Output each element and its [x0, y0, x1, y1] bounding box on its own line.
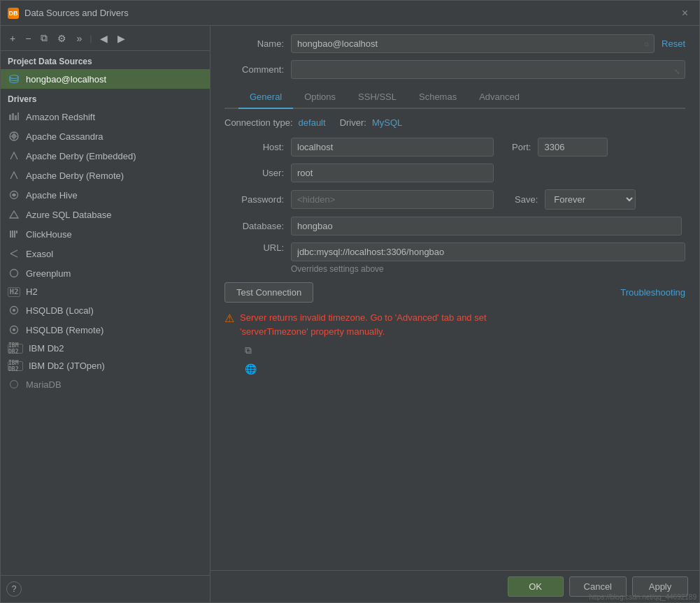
troubleshooting-link[interactable]: Troubleshooting — [620, 287, 685, 298]
clickhouse-icon — [8, 228, 20, 240]
driver-item-exasol[interactable]: Exasol — [1, 244, 210, 263]
apache-hive-icon — [8, 189, 20, 201]
svg-point-20 — [13, 328, 15, 331]
back-button[interactable]: ◀ — [97, 31, 111, 46]
more-button[interactable]: » — [73, 31, 85, 46]
host-label: Host: — [224, 142, 284, 152]
connection-type-value[interactable]: default — [299, 117, 326, 128]
datasource-name: hongbao@localhost — [26, 74, 106, 85]
url-row: URL: — [224, 242, 685, 261]
driver-name: HSQLDB (Remote) — [26, 325, 103, 335]
driver-name: ClickHouse — [26, 229, 72, 240]
expand-icon: ⤡ — [674, 68, 680, 75]
close-button[interactable]: × — [678, 6, 692, 21]
left-toolbar: + − ⧉ ⚙ » | ◀ ▶ — [1, 26, 210, 51]
driver-item-apache-derby-embedded[interactable]: Apache Derby (Embedded) — [1, 146, 210, 166]
reset-link[interactable]: Reset — [662, 38, 685, 49]
name-input[interactable] — [291, 34, 655, 53]
driver-item-h2[interactable]: H2 H2 — [1, 283, 210, 300]
forward-button[interactable]: ▶ — [114, 31, 129, 46]
port-input[interactable] — [538, 138, 608, 157]
apache-derby-remote-icon — [8, 169, 20, 182]
driver-name: Azure SQL Database — [26, 210, 111, 220]
comment-row: Comment: ⤡ — [224, 60, 685, 79]
driver-name: MariaDB — [26, 379, 62, 390]
amazon-redshift-icon — [8, 110, 20, 123]
test-connection-button[interactable]: Test Connection — [224, 282, 313, 303]
password-save-row: Password: Save: Forever Until restart Ne… — [224, 189, 685, 210]
save-label: Save: — [515, 194, 538, 205]
tab-ssh-ssl[interactable]: SSH/SSL — [347, 86, 408, 109]
driver-item-clickhouse[interactable]: ClickHouse — [1, 224, 210, 244]
ok-button[interactable]: OK — [508, 576, 564, 597]
password-input[interactable] — [291, 190, 494, 209]
comment-input[interactable] — [291, 60, 685, 79]
database-row: Database: — [224, 217, 685, 235]
copy-datasource-button[interactable]: ⧉ — [37, 30, 51, 46]
app-icon: DB — [8, 8, 19, 19]
tabs-bar: General Options SSH/SSL Schemas Advanced — [224, 86, 685, 109]
error-icon: ⚠ — [224, 312, 234, 325]
hsqldb-remote-icon — [8, 324, 20, 336]
name-label: Name: — [224, 38, 284, 49]
driver-name: Apache Cassandra — [26, 131, 103, 142]
mariadb-icon — [8, 378, 20, 391]
tab-advanced[interactable]: Advanced — [468, 86, 531, 109]
settings-button[interactable]: ⚙ — [54, 31, 70, 46]
driver-item-ibm-db2[interactable]: IBM DB2 IBM Db2 — [1, 340, 210, 357]
user-input[interactable] — [291, 164, 494, 182]
connection-type-label: Connection type: — [224, 117, 293, 128]
azure-sql-icon — [8, 208, 20, 221]
external-link-icon[interactable]: 🌐 — [243, 361, 685, 377]
url-input[interactable] — [291, 242, 685, 261]
ibm-db2-jtopen-icon: IBM DB2 — [8, 361, 23, 371]
exasol-icon — [8, 247, 20, 260]
driver-item-apache-derby-remote[interactable]: Apache Derby (Remote) — [1, 166, 210, 185]
name-input-clear-icon: ○ — [644, 39, 649, 49]
database-input[interactable] — [291, 217, 682, 235]
datasource-item-hongbao[interactable]: hongbao@localhost — [1, 69, 210, 89]
title-bar: DB Data Sources and Drivers × — [1, 1, 699, 26]
driver-item-hsqldb-remote[interactable]: HSQLDB (Remote) — [1, 320, 210, 340]
test-connection-row: Test Connection Troubleshooting — [224, 282, 685, 303]
svg-rect-2 — [12, 113, 14, 120]
driver-name: Apache Derby (Remote) — [26, 170, 124, 181]
driver-name: Apache Derby (Embedded) — [26, 151, 136, 161]
driver-item-apache-cassandra[interactable]: Apache Cassandra — [1, 126, 210, 146]
svg-rect-12 — [14, 231, 15, 238]
tab-general[interactable]: General — [238, 86, 293, 109]
driver-value[interactable]: MySQL — [372, 117, 402, 128]
svg-rect-10 — [10, 231, 11, 238]
host-input[interactable] — [291, 138, 494, 157]
driver-item-mariadb[interactable]: MariaDB — [1, 375, 210, 394]
driver-item-apache-hive[interactable]: Apache Hive — [1, 185, 210, 205]
form-area: Name: ○ Reset Comment: ⤡ — [210, 26, 699, 570]
port-label: Port: — [512, 142, 531, 152]
add-datasource-button[interactable]: + — [6, 31, 19, 46]
driver-name: HSQLDB (Local) — [26, 305, 94, 316]
driver-item-hsqldb-local[interactable]: HSQLDB (Local) — [1, 300, 210, 320]
connection-type-row: Connection type: default Driver: MySQL — [224, 117, 685, 128]
tab-schemas[interactable]: Schemas — [408, 86, 468, 109]
driver-name: Apache Hive — [26, 190, 78, 201]
copy-error-icon[interactable]: ⧉ — [243, 342, 685, 358]
drivers-header: Drivers — [1, 89, 210, 107]
h2-icon: H2 — [8, 287, 20, 297]
save-select[interactable]: Forever Until restart Never — [545, 189, 636, 210]
dialog-window: DB Data Sources and Drivers × + − ⧉ ⚙ » … — [0, 0, 700, 603]
help-button[interactable]: ? — [6, 581, 22, 597]
driver-name: Amazon Redshift — [26, 112, 95, 122]
window-title: Data Sources and Drivers — [24, 8, 672, 18]
url-hint: Overrides settings above — [291, 264, 685, 274]
driver-item-greenplum[interactable]: Greenplum — [1, 263, 210, 283]
svg-rect-13 — [16, 231, 17, 233]
watermark: https://blog.csdn.net/qq_44692189 — [590, 593, 697, 601]
comment-input-wrap: ⤡ — [291, 60, 685, 79]
driver-item-azure-sql[interactable]: Azure SQL Database — [1, 205, 210, 224]
remove-datasource-button[interactable]: − — [22, 31, 34, 46]
driver-item-amazon-redshift[interactable]: Amazon Redshift — [1, 107, 210, 126]
driver-label: Driver: — [340, 117, 366, 128]
driver-item-ibm-db2-jtopen[interactable]: IBM DB2 IBM Db2 (JTOpen) — [1, 357, 210, 375]
datasource-icon — [8, 73, 20, 85]
tab-options[interactable]: Options — [293, 86, 347, 109]
